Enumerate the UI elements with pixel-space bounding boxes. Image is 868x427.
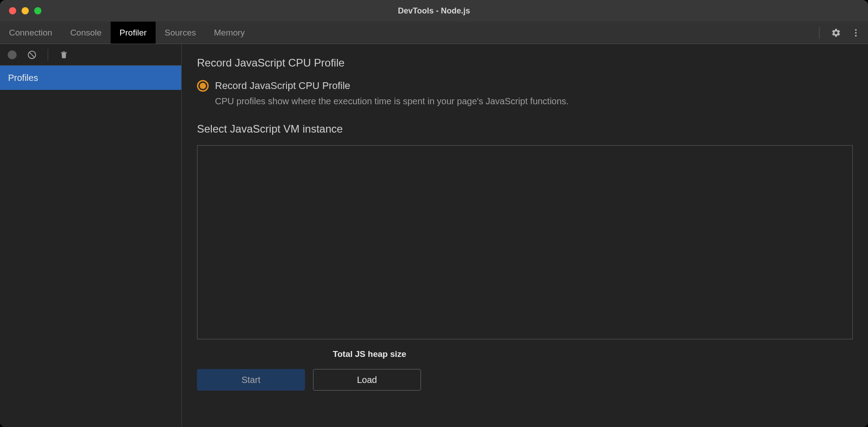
sidebar-profiles-header[interactable]: Profiles — [0, 66, 181, 90]
load-button[interactable]: Load — [313, 369, 421, 391]
trash-icon — [59, 50, 68, 60]
heap-size-label: Total JS heap size — [333, 349, 853, 359]
window-minimize-button[interactable] — [22, 7, 29, 14]
record-button[interactable] — [6, 49, 18, 61]
vm-instance-listbox[interactable] — [197, 145, 853, 339]
start-button[interactable]: Start — [197, 369, 305, 391]
titlebar: DevTools - Node.js — [0, 0, 868, 22]
window-close-button[interactable] — [9, 7, 16, 14]
more-vert-icon — [851, 28, 861, 38]
tabbar-right — [819, 22, 868, 44]
tab-console[interactable]: Console — [61, 22, 111, 44]
clear-button[interactable] — [26, 49, 38, 61]
tabs-container: Connection Console Profiler Sources Memo… — [0, 22, 254, 44]
record-icon — [8, 50, 17, 59]
tab-connection[interactable]: Connection — [0, 22, 61, 44]
vm-section-title: Select JavaScript VM instance — [197, 123, 853, 135]
main-panel: Record JavaScript CPU Profile Record Jav… — [182, 44, 868, 427]
window-title: DevTools - Node.js — [398, 6, 470, 16]
tab-sources[interactable]: Sources — [156, 22, 205, 44]
gear-icon — [831, 28, 841, 38]
more-button[interactable] — [850, 27, 862, 39]
divider — [819, 27, 819, 39]
traffic-lights — [0, 7, 41, 14]
record-section-title: Record JavaScript CPU Profile — [197, 57, 853, 69]
svg-point-1 — [855, 32, 857, 34]
svg-line-4 — [29, 52, 35, 58]
content-area: Profiles Record JavaScript CPU Profile R… — [0, 44, 868, 427]
settings-button[interactable] — [830, 27, 842, 39]
tab-profiler[interactable]: Profiler — [111, 22, 156, 44]
svg-point-2 — [855, 35, 857, 36]
prohibit-icon — [27, 50, 37, 60]
profile-type-radio[interactable]: Record JavaScript CPU Profile — [197, 80, 853, 92]
button-row: Start Load — [197, 369, 853, 391]
sidebar-toolbar — [0, 44, 181, 66]
svg-point-0 — [855, 29, 857, 31]
radio-label: Record JavaScript CPU Profile — [215, 80, 350, 92]
radio-description: CPU profiles show where the execution ti… — [215, 96, 853, 107]
delete-button[interactable] — [58, 49, 70, 61]
tab-memory[interactable]: Memory — [205, 22, 254, 44]
sidebar: Profiles — [0, 44, 182, 427]
window-maximize-button[interactable] — [34, 7, 41, 14]
radio-indicator — [197, 80, 209, 92]
devtools-window: DevTools - Node.js Connection Console Pr… — [0, 0, 868, 427]
tabbar: Connection Console Profiler Sources Memo… — [0, 22, 868, 44]
divider — [48, 49, 48, 61]
